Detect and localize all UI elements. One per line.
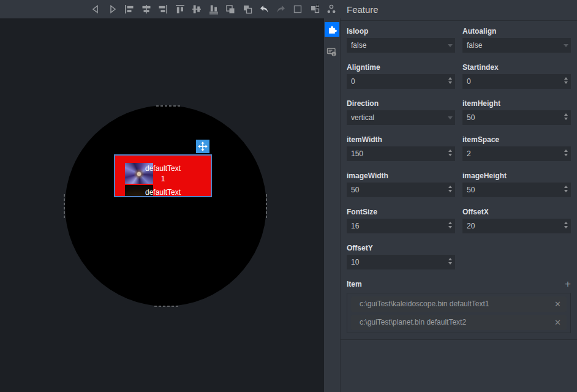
- field-label: itemSpace: [462, 135, 571, 144]
- anchor-dash-bottom: [154, 306, 179, 307]
- field-label: itemWidth: [347, 135, 455, 144]
- panel-title: Feature: [347, 4, 379, 15]
- field-label: Startindex: [462, 63, 571, 72]
- chevron-down-icon: [448, 44, 453, 47]
- startindex-input[interactable]: 0: [462, 74, 571, 89]
- chevron-down-icon: [448, 116, 453, 119]
- field-startindex: Startindex 0: [462, 63, 571, 89]
- direction-select[interactable]: vertical: [347, 110, 455, 125]
- spinner-icons[interactable]: [448, 77, 452, 84]
- spinner-icons[interactable]: [448, 149, 452, 156]
- field-imageheight: imageHeight 50: [462, 172, 571, 197]
- field-itemspace: itemSpace 2: [462, 135, 571, 161]
- field-itemwidth: itemWidth 150: [347, 135, 455, 161]
- spinner-icons[interactable]: [564, 222, 568, 228]
- puzzle-icon: [326, 24, 338, 35]
- anchor-dash-right: [266, 194, 267, 219]
- spinner-icons[interactable]: [564, 186, 568, 192]
- align-top-icon[interactable]: [175, 4, 186, 15]
- spinner-icons[interactable]: [564, 149, 568, 156]
- list-widget-circle[interactable]: [65, 105, 266, 306]
- chevron-down-icon: [564, 44, 568, 47]
- item-label: Item: [347, 280, 571, 288]
- autoalign-select[interactable]: false: [462, 38, 571, 53]
- itemwidth-input[interactable]: 150: [347, 146, 455, 161]
- replace-icon[interactable]: [309, 4, 320, 15]
- field-label: Autoalign: [462, 27, 571, 36]
- remove-item-icon[interactable]: ✕: [554, 296, 561, 312]
- field-isloop: Isloop false: [347, 27, 455, 53]
- align-bottom-icon[interactable]: [208, 4, 219, 15]
- align-right-icon[interactable]: [157, 4, 168, 15]
- design-canvas[interactable]: defaultText1 defaultText: [0, 18, 324, 392]
- move-icon: [197, 141, 208, 152]
- move-handle[interactable]: [196, 140, 209, 153]
- item-row[interactable]: c:\guiTest\planet.bin defaultText2 ✕: [351, 315, 567, 330]
- nav-back-icon[interactable]: [90, 4, 101, 15]
- undo-icon[interactable]: [258, 4, 270, 15]
- bring-forward-icon[interactable]: [225, 4, 236, 15]
- tab-properties[interactable]: [326, 46, 337, 57]
- align-center-horizontal-icon[interactable]: [141, 4, 152, 15]
- nav-forward-icon[interactable]: [107, 4, 118, 15]
- item1-text: defaultText1: [115, 164, 211, 184]
- anchor-dash-top: [156, 105, 181, 107]
- spinner-icons[interactable]: [448, 258, 452, 265]
- send-backward-icon[interactable]: [242, 4, 253, 15]
- field-offsety: OffsetY 10: [347, 244, 455, 270]
- field-direction: Direction vertical: [347, 99, 455, 125]
- feature-panel: Feature Isloop false Autoalign false Ali…: [341, 0, 577, 392]
- fontsize-input[interactable]: 16: [347, 219, 455, 233]
- spinner-icons[interactable]: [448, 186, 452, 192]
- field-label: FontSize: [347, 208, 455, 216]
- field-offsetx: OffsetX 20: [462, 208, 571, 233]
- align-middle-vertical-icon[interactable]: [191, 4, 202, 15]
- imagewidth-input[interactable]: 50: [347, 183, 455, 197]
- align-left-icon[interactable]: [124, 4, 135, 15]
- field-label: imageHeight: [462, 172, 571, 180]
- field-fontsize: FontSize 16: [347, 208, 455, 233]
- add-item-button[interactable]: +: [565, 279, 571, 290]
- remove-item-icon[interactable]: ✕: [554, 315, 561, 330]
- field-itemheight: itemHeight 50: [462, 99, 571, 125]
- field-imagewidth: imageWidth 50: [347, 172, 455, 197]
- field-aligntime: Aligntime 0: [347, 63, 455, 89]
- form-info-icon: [326, 46, 337, 57]
- redo-icon[interactable]: [276, 4, 287, 15]
- isloop-select[interactable]: false: [347, 38, 455, 53]
- selection-rect-icon[interactable]: [292, 4, 303, 15]
- field-autoalign: Autoalign false: [462, 27, 571, 53]
- section-divider: [341, 339, 577, 340]
- spinner-icons[interactable]: [564, 77, 568, 84]
- header-divider: [341, 20, 577, 21]
- field-label: Direction: [347, 99, 455, 108]
- field-label: imageWidth: [347, 172, 455, 180]
- tab-feature[interactable]: [325, 22, 339, 37]
- selected-list-element[interactable]: defaultText1 defaultText: [114, 154, 212, 197]
- field-label: OffsetX: [462, 208, 571, 216]
- field-label: Isloop: [347, 27, 455, 36]
- offsetx-input[interactable]: 20: [462, 219, 571, 233]
- anchor-dash-left: [64, 194, 65, 219]
- aligntime-input[interactable]: 0: [347, 74, 455, 89]
- offsety-input[interactable]: 10: [347, 255, 455, 270]
- item-row[interactable]: c:\guiTest\kaleidoscope.bin defaultText1…: [351, 296, 567, 312]
- spinner-icons[interactable]: [448, 222, 452, 228]
- imageheight-input[interactable]: 50: [462, 183, 571, 197]
- item-list: c:\guiTest\kaleidoscope.bin defaultText1…: [347, 293, 571, 333]
- hierarchy-icon[interactable]: [326, 4, 337, 15]
- item2-text: defaultText: [115, 187, 211, 197]
- field-label: Aligntime: [347, 63, 455, 72]
- spinner-icons[interactable]: [564, 113, 568, 120]
- field-label: OffsetY: [347, 244, 455, 252]
- itemheight-input[interactable]: 50: [462, 110, 571, 125]
- field-label: itemHeight: [462, 99, 571, 108]
- canvas-toolbar: [90, 0, 343, 18]
- item-section: Item + c:\guiTest\kaleidoscope.bin defau…: [347, 280, 571, 333]
- itemspace-input[interactable]: 2: [462, 146, 571, 161]
